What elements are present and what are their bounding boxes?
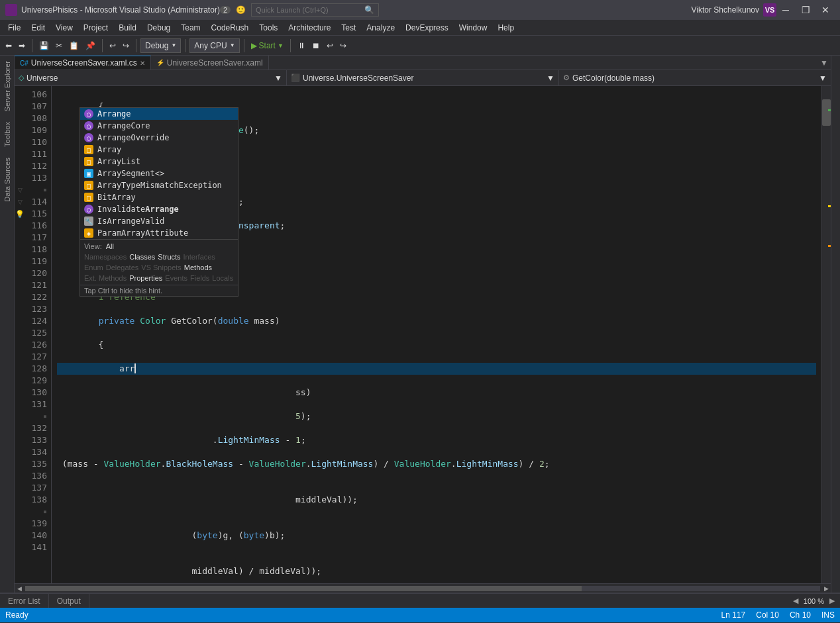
toolbar-extra-button-1[interactable]: ⏸ xyxy=(295,40,308,52)
toolbar-redo-button[interactable] xyxy=(120,40,132,52)
gutter-line xyxy=(15,136,25,148)
sidebar-item-server-explorer[interactable]: Server Explorer xyxy=(1,56,13,117)
autocomplete-label-10: ParamArrayAttribute xyxy=(97,228,188,238)
sidebar-item-data-sources[interactable]: Data Sources xyxy=(1,152,13,207)
toolbar-separator-6 xyxy=(290,39,291,52)
zoom-in-button[interactable]: ▶ xyxy=(829,597,835,605)
toolbar-cut-button[interactable]: ✂ xyxy=(53,40,65,52)
horizontal-scrollbar[interactable]: ◀ ▶ xyxy=(15,583,831,593)
filter-interfaces[interactable]: Interfaces xyxy=(184,253,215,261)
tab-xaml[interactable]: ⚡ UniverseScreenSaver.xaml xyxy=(151,56,269,70)
menu-item-window[interactable]: Window xyxy=(454,21,493,34)
tabs-overflow-button[interactable]: ▼ xyxy=(817,56,831,70)
toolbar-copy-button[interactable]: 📋 xyxy=(66,40,81,52)
toolbar-extra-button-3[interactable]: ↩ xyxy=(324,40,336,52)
start-button[interactable]: ▶ Start ▼ xyxy=(248,40,286,52)
filter-methods[interactable]: Methods xyxy=(184,264,212,271)
toolbar-save-all-button[interactable]: 💾 xyxy=(36,40,52,52)
filter-delegates[interactable]: Delegates xyxy=(106,264,139,271)
bottom-panel: Error List Output ◀ 100 % ▶ xyxy=(0,593,840,608)
autocomplete-item-0[interactable]: ○ Arrange xyxy=(80,108,238,120)
filter-structs[interactable]: Structs xyxy=(158,253,180,261)
close-button[interactable]: ✕ xyxy=(816,1,835,19)
tab-output[interactable]: Output xyxy=(49,594,89,608)
member-class-dropdown[interactable]: ⬛ Universe.UniverseScreenSaver ▼ xyxy=(287,70,559,85)
zoom-out-button[interactable]: ◀ xyxy=(793,597,798,605)
filter-classes[interactable]: Classes xyxy=(129,253,155,261)
collapse-button-1[interactable]: ▽ xyxy=(18,187,23,193)
toolbar-extra-button-2[interactable]: ⏹ xyxy=(309,40,323,52)
toolbar-undo-button[interactable] xyxy=(107,40,119,52)
filter-locals[interactable]: Locals xyxy=(212,274,233,282)
scroll-left-button[interactable]: ◀ xyxy=(15,584,24,593)
autocomplete-item-1[interactable]: ○ ArrangeCore xyxy=(80,120,238,132)
start-dropdown-arrow[interactable]: ▼ xyxy=(278,42,284,49)
method-dropdown[interactable]: ⚙ GetColor(double mass) ▼ xyxy=(559,70,831,85)
debug-config-dropdown[interactable]: Debug ▼ xyxy=(140,38,181,53)
autocomplete-item-3[interactable]: □ Array xyxy=(80,144,238,156)
menu-item-project[interactable]: Project xyxy=(78,21,113,34)
sidebar-item-toolbox[interactable]: Toolbox xyxy=(1,117,13,152)
zoom-level: 100 % xyxy=(804,597,824,605)
gutter-line xyxy=(15,89,25,101)
member-class-value: Universe.UniverseScreenSaver xyxy=(303,73,413,83)
filter-properties[interactable]: Properties xyxy=(129,274,162,282)
toolbar-paste-button[interactable]: 📌 xyxy=(83,40,98,52)
autocomplete-item-5[interactable]: ▣ ArraySegment<> xyxy=(80,168,238,179)
menu-item-edit[interactable]: Edit xyxy=(26,21,50,34)
platform-dropdown[interactable]: Any CPU ▼ xyxy=(189,38,239,53)
filter-events[interactable]: Events xyxy=(165,274,187,282)
menu-item-view[interactable]: View xyxy=(50,21,78,34)
collapse-button-2[interactable]: ▽ xyxy=(18,199,23,205)
menu-item-team[interactable]: Team xyxy=(176,21,205,34)
menu-item-file[interactable]: File xyxy=(3,21,26,34)
left-side-panel: Server Explorer Toolbox Data Sources xyxy=(0,56,15,593)
menu-item-debug[interactable]: Debug xyxy=(142,21,176,34)
hint-bar: Tap Ctrl to hide this hint. xyxy=(80,285,238,296)
menu-item-analyze[interactable]: Analyze xyxy=(361,21,400,34)
autocomplete-item-8[interactable]: ○ InvalidateArrange xyxy=(80,203,238,215)
right-scrollbar[interactable] xyxy=(821,86,831,583)
menu-item-coderush[interactable]: CodeRush xyxy=(206,21,254,34)
restore-button[interactable]: ❐ xyxy=(796,1,815,19)
filter-snippets[interactable]: VS Snippets xyxy=(141,264,182,271)
vs-user-logo: VS xyxy=(763,3,776,17)
toolbar-back-button[interactable]: ⬅ xyxy=(3,40,15,52)
main-layout: Server Explorer Toolbox Data Sources C# … xyxy=(0,56,840,593)
autocomplete-item-7[interactable]: □ BitArray xyxy=(80,191,238,203)
quick-launch-input[interactable] xyxy=(256,6,362,14)
toolbar-extra-button-4[interactable]: ↪ xyxy=(337,40,349,52)
scroll-right-button[interactable]: ▶ xyxy=(821,584,831,593)
menu-item-test[interactable]: Test xyxy=(336,21,361,34)
toolbar: ⬅ ➡ 💾 ✂ 📋 📌 Debug ▼ Any CPU ▼ ▶ Start ▼ … xyxy=(0,36,840,56)
menu-item-help[interactable]: Help xyxy=(492,21,519,34)
autocomplete-item-9[interactable]: 🔧 IsArrangeValid xyxy=(80,215,238,227)
minimize-button[interactable]: ─ xyxy=(776,1,795,19)
menu-item-build[interactable]: Build xyxy=(113,21,142,34)
menu-item-devexpress[interactable]: DevExpress xyxy=(400,21,454,34)
class-dropdown[interactable]: ◇ Universe ▼ xyxy=(15,70,287,85)
menu-item-architecture[interactable]: Architecture xyxy=(283,21,336,34)
filter-enum[interactable]: Enum xyxy=(84,264,103,271)
filter-ext-methods[interactable]: Ext. Methods xyxy=(84,274,127,282)
class-dropdown-value: Universe xyxy=(26,73,58,83)
tab-xaml-cs[interactable]: C# UniverseScreenSaver.xaml.cs ✕ xyxy=(15,56,151,70)
platform-dropdown-arrow: ▼ xyxy=(230,42,235,48)
toolbar-separator-4 xyxy=(185,39,185,52)
filter-fields[interactable]: Fields xyxy=(190,274,209,282)
autocomplete-item-4[interactable]: □ ArrayList xyxy=(80,156,238,168)
toolbar-separator-1 xyxy=(32,39,32,52)
tab-error-list[interactable]: Error List xyxy=(0,594,49,608)
toolbar-forward-button[interactable]: ➡ xyxy=(16,40,28,52)
statusbar-ready: Ready xyxy=(5,610,28,620)
tab-xaml-cs-close[interactable]: ✕ xyxy=(140,60,145,67)
autocomplete-item-6[interactable]: □ ArrayTypeMismatchException xyxy=(80,179,238,191)
method-icon-2: ○ xyxy=(84,133,93,142)
autocomplete-item-10[interactable]: ◈ ParamArrayAttribute xyxy=(80,227,238,239)
gutter-line: 💡 xyxy=(15,208,25,220)
filter-namespaces[interactable]: Namespaces xyxy=(84,253,127,261)
autocomplete-filters: Namespaces Classes Structs Interfaces En… xyxy=(84,253,234,282)
menu-item-tools[interactable]: Tools xyxy=(254,21,283,34)
lightbulb-icon[interactable]: 💡 xyxy=(15,210,25,218)
autocomplete-item-2[interactable]: ○ ArrangeOverride xyxy=(80,132,238,144)
